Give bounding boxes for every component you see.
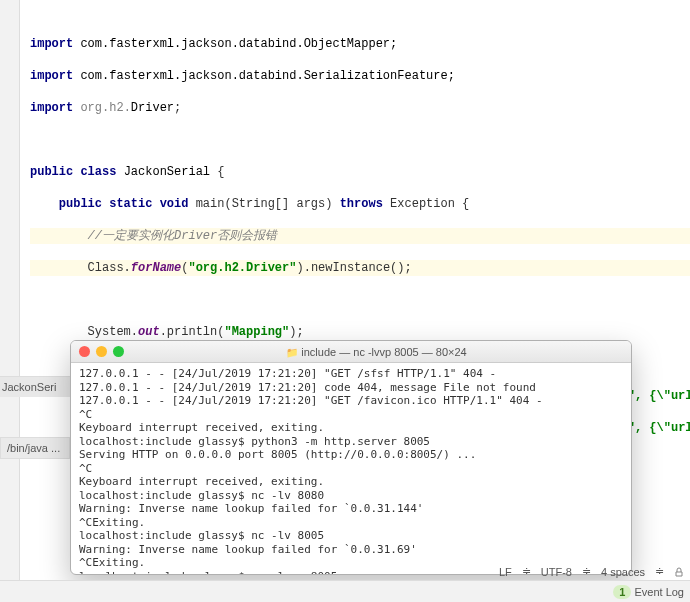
terminal-title: include — nc -lvvp 8005 — 80×24 (301, 346, 466, 358)
run-command-path: /bin/java ... (0, 437, 70, 459)
status-bar: 1 Event Log (0, 580, 690, 602)
comment: //一定要实例化Driver否则会报错 (88, 229, 278, 243)
indent-indicator[interactable]: 4 spaces (601, 566, 645, 578)
folder-icon (286, 346, 301, 358)
run-tool-window[interactable]: JackonSeri /bin/java ... (0, 376, 70, 459)
terminal-body[interactable]: 127.0.0.1 - - [24/Jul/2019 17:21:20] "GE… (71, 363, 631, 575)
line-sep-indicator[interactable]: LF (499, 566, 512, 578)
close-icon[interactable] (79, 346, 90, 357)
status-bar-right: LF ≑ UTF-8 ≑ 4 spaces ≑ (499, 565, 684, 578)
lock-icon[interactable] (674, 567, 684, 577)
terminal-titlebar[interactable]: include — nc -lvvp 8005 — 80×24 (71, 341, 631, 363)
minimize-icon[interactable] (96, 346, 107, 357)
class-name: JackonSerial (124, 165, 210, 179)
file-tab[interactable]: JackonSeri (0, 376, 70, 397)
encoding-indicator[interactable]: UTF-8 (541, 566, 572, 578)
terminal-window[interactable]: include — nc -lvvp 8005 — 80×24 127.0.0.… (70, 340, 632, 575)
zoom-icon[interactable] (113, 346, 124, 357)
event-log-button[interactable]: 1 Event Log (613, 586, 684, 598)
